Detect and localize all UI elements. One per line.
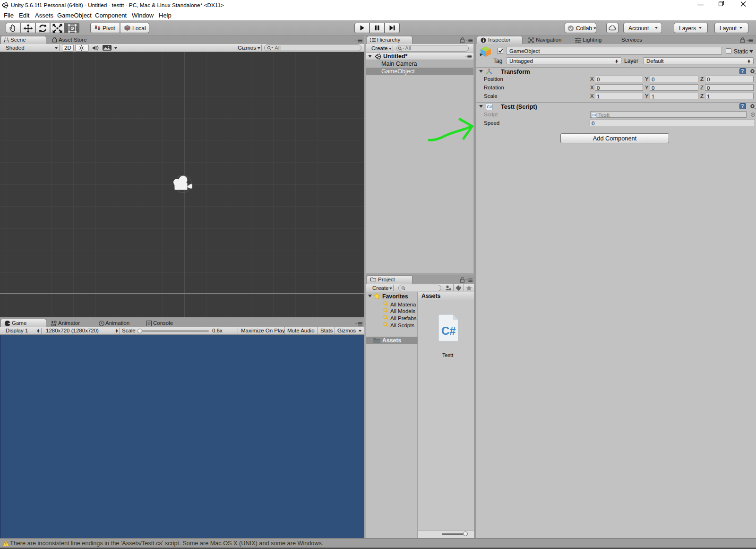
svg-text:C#: C# xyxy=(441,324,456,337)
svg-text:C#: C# xyxy=(487,105,492,109)
svg-text:C#: C# xyxy=(593,113,597,117)
svg-text:?: ? xyxy=(741,104,744,109)
svg-text:?: ? xyxy=(741,69,744,74)
